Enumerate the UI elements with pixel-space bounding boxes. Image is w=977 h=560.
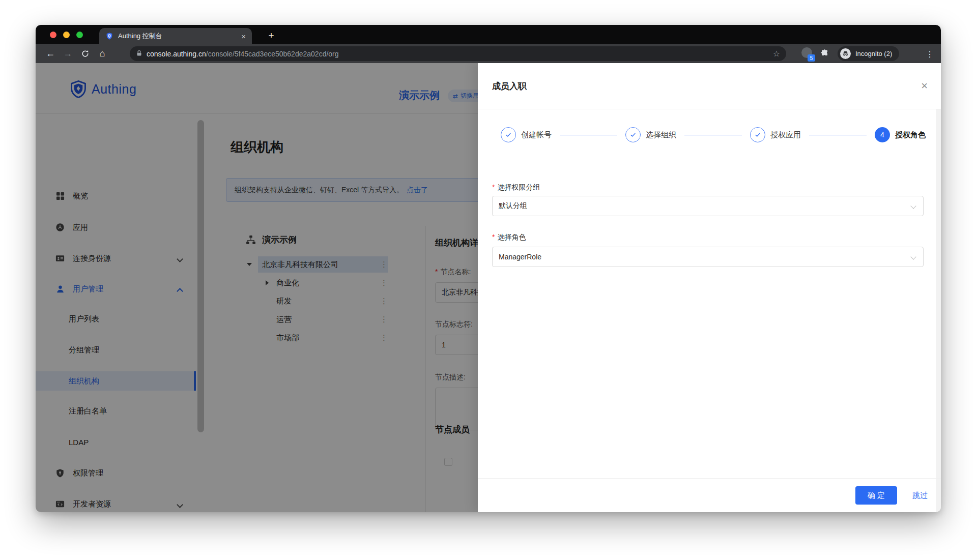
- page-viewport: Authing 演示示例 ⇄ 切换用户池 概览 应用: [36, 63, 941, 512]
- extension-badge: 5: [808, 54, 815, 62]
- chevron-down-icon: [911, 204, 916, 209]
- url-host: console.authing.cn: [147, 50, 206, 58]
- url-bar[interactable]: console.authing.cn /console/5f45cad3ece5…: [130, 46, 786, 61]
- step-connector: [684, 135, 742, 135]
- incognito-spy-icon: [840, 48, 851, 59]
- step-authorize-app: 授权应用: [750, 127, 801, 142]
- authing-favicon-icon: [105, 32, 113, 40]
- step-authorize-role: 4 授权角色: [875, 127, 926, 142]
- incognito-badge[interactable]: Incognito (2): [838, 46, 899, 61]
- role-label: 选择角色: [492, 233, 526, 242]
- step-label: 选择组织: [646, 130, 676, 140]
- step-done-icon: [501, 127, 516, 142]
- permission-group-label: 选择权限分组: [492, 183, 540, 192]
- role-select[interactable]: ManagerRole: [492, 247, 924, 267]
- step-select-org: 选择组织: [625, 127, 676, 142]
- back-icon[interactable]: ←: [42, 47, 59, 61]
- minimize-window-button[interactable]: [63, 32, 70, 38]
- close-window-button[interactable]: [50, 32, 56, 38]
- zoom-window-button[interactable]: [76, 32, 83, 38]
- role-value: ManagerRole: [499, 253, 541, 261]
- lock-icon: [136, 49, 142, 58]
- step-connector: [809, 135, 867, 135]
- step-label: 授权角色: [895, 130, 926, 140]
- member-onboarding-drawer: 成员入职 × 创建帐号 选择组织: [478, 63, 941, 512]
- step-label: 授权应用: [770, 130, 801, 140]
- forward-icon[interactable]: →: [59, 47, 76, 61]
- step-current-badge: 4: [875, 127, 890, 142]
- browser-menu-icon[interactable]: ⋮: [923, 47, 936, 61]
- wizard-steps: 创建帐号 选择组织 授权应用 4: [501, 127, 926, 142]
- tab-close-icon[interactable]: ×: [241, 33, 246, 40]
- browser-tab[interactable]: Authing 控制台 ×: [99, 28, 252, 44]
- confirm-button[interactable]: 确 定: [855, 486, 897, 505]
- browser-window: Authing 控制台 × + ← → ⌂ console.authing.cn…: [36, 25, 941, 512]
- bookmark-star-icon[interactable]: ☆: [773, 49, 780, 58]
- drawer-header: 成员入职 ×: [478, 63, 941, 109]
- reload-icon[interactable]: [76, 47, 94, 61]
- close-icon[interactable]: ×: [921, 80, 928, 92]
- tab-strip: Authing 控制台 × +: [36, 25, 941, 44]
- step-done-icon: [750, 127, 765, 142]
- url-path: /console/5f45cad3ece50b62de2a02cd/org: [206, 50, 769, 58]
- extensions-puzzle-icon[interactable]: [820, 49, 829, 60]
- permission-group-value: 默认分组: [499, 201, 527, 211]
- tab-title: Authing 控制台: [118, 32, 241, 41]
- step-create-account: 创建帐号: [501, 127, 552, 142]
- drawer-scrollbar-track[interactable]: [936, 109, 941, 512]
- skip-link[interactable]: 跳过: [912, 491, 928, 500]
- step-label: 创建帐号: [521, 130, 552, 140]
- new-tab-button[interactable]: +: [264, 28, 279, 43]
- chevron-down-icon: [911, 255, 916, 259]
- step-done-icon: [625, 127, 641, 142]
- home-icon[interactable]: ⌂: [94, 47, 111, 61]
- drawer-footer: 确 定 跳过: [478, 478, 941, 512]
- incognito-label: Incognito (2): [855, 50, 892, 57]
- window-controls: [50, 32, 83, 38]
- browser-toolbar: ← → ⌂ console.authing.cn /console/5f45ca…: [36, 44, 941, 63]
- extension-icon[interactable]: 5: [800, 47, 814, 61]
- permission-group-select[interactable]: 默认分组: [492, 196, 924, 216]
- drawer-title: 成员入职: [492, 80, 921, 92]
- step-connector: [560, 135, 617, 135]
